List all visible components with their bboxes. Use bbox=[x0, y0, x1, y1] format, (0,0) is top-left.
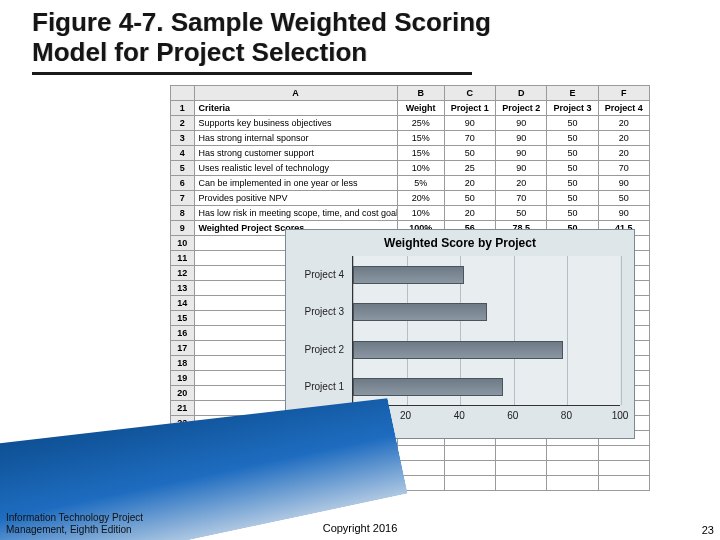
gridline bbox=[621, 256, 622, 405]
chart-title: Weighted Score by Project bbox=[286, 230, 634, 252]
rownum: 1 bbox=[171, 101, 195, 116]
title-line-1: Figure 4-7. Sample Weighted Scoring bbox=[32, 7, 491, 37]
corner-cell bbox=[171, 86, 195, 101]
chart-bar bbox=[353, 303, 487, 321]
title-line-2: Model for Project Selection bbox=[32, 37, 367, 67]
table-row: 4Has strong customer support15%50905020 bbox=[171, 146, 650, 161]
x-tick-label: 20 bbox=[396, 410, 416, 421]
table-row: 7Provides positive NPV20%50705050 bbox=[171, 191, 650, 206]
y-tick-label: Project 4 bbox=[288, 269, 344, 280]
col-B: B bbox=[397, 86, 444, 101]
header-row: 1 Criteria Weight Project 1 Project 2 Pr… bbox=[171, 101, 650, 116]
y-tick-label: Project 3 bbox=[288, 306, 344, 317]
x-tick-label: 100 bbox=[610, 410, 630, 421]
col-E: E bbox=[547, 86, 598, 101]
hdr-p4: Project 4 bbox=[598, 101, 649, 116]
hdr-p1: Project 1 bbox=[444, 101, 495, 116]
title-underline bbox=[32, 72, 472, 75]
x-tick-label: 40 bbox=[449, 410, 469, 421]
table-row: 2Supports key business objectives25%9090… bbox=[171, 116, 650, 131]
col-letter-row: A B C D E F bbox=[171, 86, 650, 101]
chart-bar bbox=[353, 341, 563, 359]
x-tick-label: 60 bbox=[503, 410, 523, 421]
hdr-criteria: Criteria bbox=[194, 101, 397, 116]
table-row: 5Uses realistic level of technology10%25… bbox=[171, 161, 650, 176]
y-tick-label: Project 1 bbox=[288, 381, 344, 392]
x-tick-label: 80 bbox=[556, 410, 576, 421]
chart-plot-area bbox=[352, 256, 620, 406]
gridline bbox=[567, 256, 568, 405]
table-row: 3Has strong internal sponsor15%70905020 bbox=[171, 131, 650, 146]
footer-copyright: Copyright 2016 bbox=[0, 522, 720, 534]
figure-title: Figure 4-7. Sample Weighted Scoring Mode… bbox=[0, 0, 720, 72]
hdr-p3: Project 3 bbox=[547, 101, 598, 116]
table-row: 6Can be implemented in one year or less5… bbox=[171, 176, 650, 191]
col-A: A bbox=[194, 86, 397, 101]
gridline bbox=[514, 256, 515, 405]
col-C: C bbox=[444, 86, 495, 101]
chart-bar bbox=[353, 378, 503, 396]
chart-bar bbox=[353, 266, 464, 284]
col-D: D bbox=[496, 86, 547, 101]
table-row: 8Has low risk in meeting scope, time, an… bbox=[171, 206, 650, 221]
hdr-weight: Weight bbox=[397, 101, 444, 116]
col-F: F bbox=[598, 86, 649, 101]
page-number: 23 bbox=[702, 524, 714, 536]
hdr-p2: Project 2 bbox=[496, 101, 547, 116]
y-tick-label: Project 2 bbox=[288, 344, 344, 355]
